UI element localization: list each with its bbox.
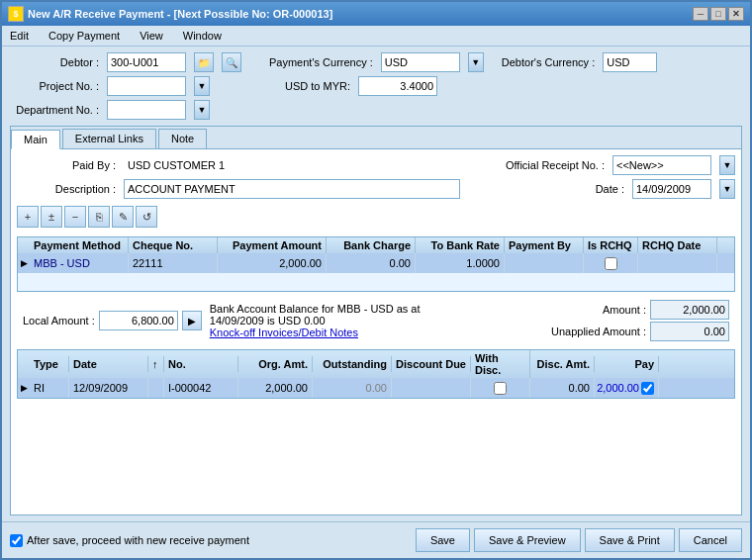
- disc-amt-cell: 0.00: [530, 378, 595, 398]
- date-picker[interactable]: ▼: [719, 179, 735, 199]
- department-label: Department No. :: [10, 104, 99, 116]
- payment-currency-dropdown[interactable]: ▼: [468, 52, 484, 72]
- cancel-button[interactable]: Cancel: [679, 528, 742, 552]
- debtor-currency-label: Debtor's Currency :: [502, 56, 595, 68]
- payment-grid-header: Payment Method Cheque No. Payment Amount…: [18, 237, 734, 253]
- undo-button[interactable]: ↺: [136, 206, 157, 228]
- project-row: Project No. : ▼ USD to MYR:: [10, 76, 742, 96]
- with-disc-checkbox[interactable]: [494, 382, 507, 395]
- rchq-date-cell: [638, 253, 717, 273]
- payment-grid-row[interactable]: ▶ MBB - USD 22111 2,000.00 0.00 1.0000: [18, 253, 734, 273]
- bank-info: Bank Account Balance for MBB - USD as at…: [210, 303, 529, 338]
- paid-by-label: Paid By :: [17, 159, 116, 171]
- department-dropdown[interactable]: ▼: [194, 100, 210, 120]
- type-cell: RI: [30, 378, 69, 398]
- close-button[interactable]: ✕: [728, 7, 744, 21]
- save-print-button[interactable]: Save & Print: [585, 528, 675, 552]
- window-title: New A/R Receive Payment - [Next Possible…: [28, 8, 332, 20]
- pay-cell: 2,000.00: [595, 378, 659, 398]
- department-row: Department No. : ▼: [10, 100, 742, 120]
- debtor-label: Debtor :: [10, 56, 99, 68]
- debtor-input[interactable]: [107, 52, 186, 72]
- payment-method-header: Payment Method: [30, 237, 129, 253]
- official-receipt-input[interactable]: [612, 155, 711, 175]
- pay-checkbox[interactable]: [641, 382, 654, 395]
- knockoff-grid-row[interactable]: ▶ RI 12/09/2009 I-000042 2,000.00 0.00 0…: [18, 378, 734, 398]
- sort-header: ↑: [148, 356, 164, 372]
- checkbox-area: After save, proceed with new receive pay…: [10, 534, 249, 547]
- payment-amount-header: Payment Amount: [218, 237, 327, 253]
- is-rchq-checkbox[interactable]: [605, 257, 617, 270]
- ko-date-cell: 12/09/2009: [69, 378, 148, 398]
- no-cell: I-000042: [164, 378, 238, 398]
- knockoff-link[interactable]: Knock-off Invoices/Debit Notes: [210, 327, 358, 338]
- after-save-checkbox[interactable]: [10, 534, 23, 547]
- cheque-no-header: Cheque No.: [129, 237, 218, 253]
- unapplied-label: Unapplied Amount :: [537, 326, 646, 337]
- description-row: Description : Date : ▼: [17, 179, 735, 199]
- cheque-no-cell: 22111: [129, 253, 218, 273]
- rchq-date-header: RCHQ Date: [638, 237, 717, 253]
- local-amount-label: Local Amount :: [23, 315, 95, 327]
- row-indicator-header: [18, 237, 30, 253]
- bottom-left: After save, proceed with new receive pay…: [10, 534, 249, 547]
- menu-window[interactable]: Window: [179, 28, 226, 44]
- add-row-button[interactable]: +: [17, 206, 39, 228]
- bottom-bar: After save, proceed with new receive pay…: [2, 521, 750, 558]
- amount-input: [650, 300, 729, 320]
- bottom-buttons: Save Save & Preview Save & Print Cancel: [416, 528, 742, 552]
- local-amount-input: [99, 311, 178, 330]
- department-input[interactable]: [107, 100, 186, 120]
- after-save-label: After save, proceed with new receive pay…: [27, 534, 249, 546]
- date-input[interactable]: [632, 179, 711, 199]
- description-label: Description :: [17, 183, 116, 195]
- no-header: No.: [164, 356, 238, 372]
- payment-by-header: Payment By: [505, 237, 584, 253]
- usd-myr-input[interactable]: [358, 76, 437, 96]
- description-input[interactable]: [124, 179, 460, 199]
- paid-by-row: Paid By : USD CUSTOMER 1 Official Receip…: [17, 155, 735, 175]
- is-rchq-cell: [584, 253, 638, 273]
- tab-area: Main External Links Note Paid By : USD C…: [10, 126, 742, 515]
- save-button[interactable]: Save: [416, 528, 470, 552]
- empty-payment-row: [18, 273, 734, 291]
- menu-edit[interactable]: Edit: [6, 28, 33, 44]
- amount-row: Amount :: [537, 300, 729, 320]
- tab-main[interactable]: Main: [11, 130, 60, 149]
- payment-grid: Payment Method Cheque No. Payment Amount…: [17, 236, 735, 292]
- with-disc-cell: [471, 378, 530, 398]
- maximize-button[interactable]: □: [710, 7, 726, 21]
- project-input[interactable]: [107, 76, 186, 96]
- tab-note[interactable]: Note: [158, 129, 207, 148]
- disc-amt-header: Disc. Amt.: [530, 356, 595, 372]
- discount-due-header: Discount Due: [392, 356, 471, 372]
- knockoff-header: Type Date ↑ No. Org. Amt. Outstanding Di…: [18, 350, 734, 378]
- tab-external-links[interactable]: External Links: [62, 129, 156, 148]
- payment-currency-input[interactable]: [381, 52, 460, 72]
- debtor-row: Debtor : 📁 🔍 Payment's Currency : ▼ Debt…: [10, 52, 742, 72]
- menu-view[interactable]: View: [136, 28, 167, 44]
- project-dropdown[interactable]: ▼: [194, 76, 210, 96]
- debtor-search-button[interactable]: 🔍: [222, 52, 241, 72]
- menu-copy-payment[interactable]: Copy Payment: [45, 28, 124, 44]
- official-receipt-dropdown[interactable]: ▼: [719, 155, 735, 175]
- knockoff-body: ▶ RI 12/09/2009 I-000042 2,000.00 0.00 0…: [18, 378, 734, 398]
- add-above-button[interactable]: ±: [41, 206, 62, 228]
- debtor-browse-button[interactable]: 📁: [194, 52, 214, 72]
- minimize-button[interactable]: ─: [693, 7, 708, 21]
- bank-charge-cell: 0.00: [327, 253, 416, 273]
- tab-bar: Main External Links Note: [11, 127, 741, 149]
- edit-button[interactable]: ✎: [112, 206, 134, 228]
- remove-row-button[interactable]: −: [64, 206, 86, 228]
- sort-cell: [148, 378, 164, 398]
- copy-button[interactable]: ⎘: [88, 206, 110, 228]
- save-preview-button[interactable]: Save & Preview: [474, 528, 581, 552]
- to-bank-rate-header: To Bank Rate: [416, 237, 505, 253]
- payment-by-cell: [505, 253, 584, 273]
- ko-date-header: Date: [69, 356, 148, 372]
- menu-bar: Edit Copy Payment View Window: [2, 26, 750, 47]
- is-rchq-header: Is RCHQ: [584, 237, 638, 253]
- local-amount-arrow[interactable]: ▶: [182, 311, 202, 330]
- type-header: Type: [30, 356, 69, 372]
- payment-amount-cell: 2,000.00: [218, 253, 327, 273]
